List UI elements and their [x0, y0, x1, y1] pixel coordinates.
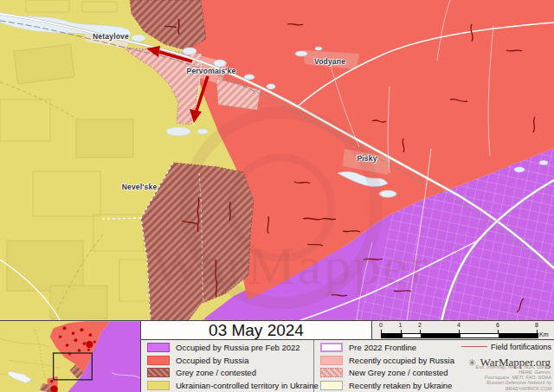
- legend-column-meta: Field fortifications ✳ WarMapper.org Esr…: [466, 340, 554, 392]
- legend-label: Occupied by Russia pre Feb 2022: [176, 343, 300, 352]
- legend-swatch-retaken: [320, 381, 343, 390]
- scale-tick: 2: [418, 322, 422, 328]
- place-label-pisky: Pisky: [357, 154, 377, 163]
- legend-column-right: Pre 2022 Frontline Recently occupied by …: [313, 340, 466, 392]
- legend-swatch-recently-occupied: [320, 356, 343, 365]
- overview-inset-map: [0, 321, 141, 392]
- legend-item-recently-occupied: Recently occupied by Russia: [314, 356, 466, 365]
- legend-item-retaken: Recently retaken by Ukraine: [314, 381, 466, 390]
- legend-label: Grey zone / contested: [176, 368, 256, 377]
- legend-column-left: Occupied by Russia pre Feb 2022 Occupied…: [141, 340, 313, 392]
- fortification-line-icon: [461, 346, 487, 347]
- attribution-line: Russian Defensive Network by BRADYAFRICK…: [466, 380, 551, 391]
- scale-tick: 4: [457, 322, 461, 328]
- scale-tick: 0: [379, 322, 383, 328]
- scale-tick: 6: [496, 322, 499, 328]
- legend-item-frontline: Pre 2022 Frontline: [314, 343, 466, 352]
- place-label-netaylove: Netaylove: [93, 32, 129, 41]
- legend-swatch-new-greyzone: [320, 368, 343, 377]
- scale-bar-segments: [381, 333, 538, 338]
- legend-item-greyzone: Grey zone / contested: [141, 368, 313, 377]
- attribution-text: Esri, Intermap, NASA, NGA, USGS, HERE, G…: [466, 364, 551, 391]
- map-date: 03 May 2024: [209, 321, 304, 340]
- legend-item-new-greyzone: New Grey zone / contested: [314, 368, 466, 377]
- legend-label: Recently occupied by Russia: [349, 356, 454, 365]
- scale-tick: 8: [535, 322, 538, 328]
- place-label-vodyane: Vodyane: [314, 57, 345, 66]
- legend-label: Ukrainian-controlled territory in Ukrain…: [176, 381, 319, 390]
- legend-panel: 03 May 2024 0 1 2 4 6 8: [0, 320, 554, 392]
- legend-item-occupied: Occupied by Russia: [141, 356, 313, 365]
- place-label-nevelske: Nevel'ske: [122, 183, 158, 191]
- legend-label: Pre 2022 Frontline: [349, 343, 416, 352]
- attribution-line: Esri, Intermap, NASA, NGA, USGS, HERE, G…: [466, 364, 551, 376]
- legend-swatch-greyzone: [147, 368, 170, 377]
- warmapper-screenshot: Netaylove Pervomais'ke Vodyane Pisky Nev…: [0, 0, 554, 392]
- scale-unit: Km: [539, 331, 549, 337]
- legend-item-fortifications: Field fortifications: [466, 340, 554, 353]
- legend-label: Field fortifications: [491, 343, 551, 351]
- legend-label: Recently retaken by Ukraine: [349, 381, 452, 390]
- date-box: 03 May 2024: [141, 321, 372, 340]
- legend-item-ukraine: Ukrainian-controlled territory in Ukrain…: [141, 381, 313, 390]
- place-label-pervomaiske: Pervomais'ke: [187, 67, 236, 75]
- legend-swatch-frontline: [320, 343, 343, 352]
- scale-bar: 0 1 2 4 6 8 Km: [372, 321, 554, 340]
- legend-item-pre2022: Occupied by Russia pre Feb 2022: [141, 343, 313, 352]
- legend-swatch-occupied: [147, 356, 170, 365]
- legend-swatch-ukraine: [147, 381, 170, 390]
- legend-label: New Grey zone / contested: [349, 368, 448, 377]
- scale-tick: 1: [399, 322, 403, 328]
- legend-label: Occupied by Russia: [176, 356, 248, 365]
- legend-swatch-pre2022: [147, 343, 170, 352]
- map-canvas[interactable]: Netaylove Pervomais'ke Vodyane Pisky Nev…: [0, 0, 554, 321]
